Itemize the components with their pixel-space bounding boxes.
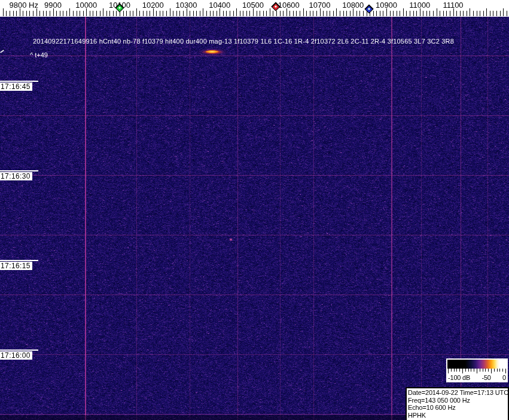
time-label-tick bbox=[0, 81, 38, 82]
legend-tick bbox=[462, 369, 463, 373]
legend-tick bbox=[456, 369, 457, 372]
time-label-tick bbox=[0, 260, 38, 261]
ruler-label: 10300 bbox=[175, 1, 197, 10]
legend-tick bbox=[465, 369, 466, 372]
time-label-tick bbox=[0, 170, 38, 171]
time-label-text: 17:16:15 bbox=[0, 262, 32, 270]
legend-tick bbox=[471, 369, 471, 372]
legend-tick bbox=[451, 369, 452, 372]
legend-tick bbox=[502, 369, 503, 372]
ruler-label: 10800 bbox=[342, 1, 364, 10]
red-marker-dot bbox=[275, 5, 277, 8]
legend-tick bbox=[485, 369, 486, 372]
ruler-label: 9800 Hz bbox=[10, 1, 38, 10]
legend-tick bbox=[459, 369, 460, 372]
info-line: Echo=10 600 Hz bbox=[408, 404, 508, 412]
legend-max-label: 0 bbox=[502, 374, 506, 381]
green-marker-dot bbox=[118, 7, 121, 9]
info-line: Freq=143 050 000 Hz bbox=[408, 397, 508, 404]
legend-tick bbox=[488, 369, 489, 372]
time-label-text: 17:16:00 bbox=[0, 351, 32, 360]
ruler-label: 10600 bbox=[278, 1, 300, 10]
event-data-text: 20140922171649916 hCnt40 nb-78 f10379 hi… bbox=[33, 38, 454, 45]
colormap-labels: -100 dB -50 0 bbox=[447, 374, 507, 381]
time-label-tick bbox=[0, 350, 38, 351]
colormap-gradient bbox=[447, 360, 507, 369]
blue-marker-dot bbox=[368, 8, 370, 10]
legend-tick bbox=[477, 369, 477, 373]
legend-mid-label: -50 bbox=[481, 374, 490, 381]
spectrogram-canvas bbox=[0, 0, 509, 420]
legend-tick bbox=[491, 369, 492, 373]
time-label-text: 17:16:30 bbox=[0, 172, 32, 180]
ruler-label: 10200 bbox=[142, 1, 164, 10]
ruler-label: 10500 bbox=[242, 1, 264, 10]
legend-tick bbox=[448, 369, 449, 373]
legend-tick bbox=[483, 369, 483, 372]
legend-tick bbox=[499, 369, 500, 372]
info-line: HPHK bbox=[408, 412, 508, 419]
ruler-label: 10900 bbox=[376, 1, 397, 10]
legend-tick bbox=[454, 369, 455, 372]
legend-tick bbox=[497, 369, 498, 372]
info-line: Date=2014-09-22 Time=17:13 UTC bbox=[408, 389, 508, 397]
spectrogram-screen: 9800 Hz990010000101001020010300104001050… bbox=[0, 0, 509, 420]
ruler-label: 11000 bbox=[409, 1, 430, 10]
colormap-ticks bbox=[447, 369, 507, 374]
legend-min-label: -100 dB bbox=[448, 374, 470, 381]
legend-tick bbox=[494, 369, 495, 372]
observation-info-box: Date=2014-09-22 Time=17:13 UTCFreq=143 0… bbox=[406, 387, 509, 420]
color-scale-legend: -100 dB -50 0 bbox=[446, 358, 508, 382]
time-label-text: 17:16:45 bbox=[0, 82, 32, 91]
legend-tick bbox=[468, 369, 469, 372]
time-cursor-label: ^ t+49 bbox=[30, 51, 48, 59]
ruler-label: 10700 bbox=[309, 1, 330, 10]
ruler-label: 10400 bbox=[209, 1, 230, 10]
legend-tick bbox=[474, 369, 474, 372]
ruler-label: 11100 bbox=[443, 1, 463, 10]
ruler-label: 9900 bbox=[44, 1, 62, 10]
ruler-label: 10000 bbox=[75, 1, 97, 10]
legend-tick bbox=[505, 369, 506, 373]
legend-tick bbox=[480, 369, 480, 372]
